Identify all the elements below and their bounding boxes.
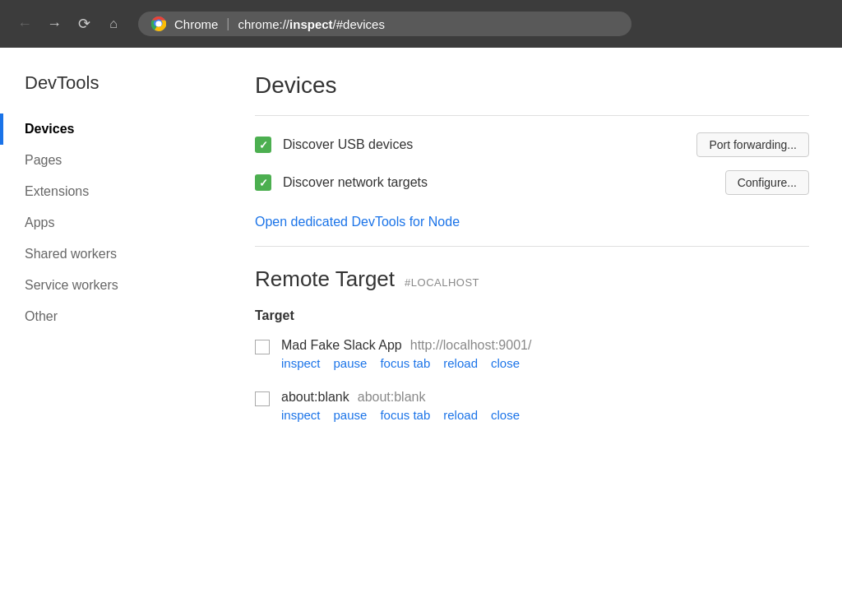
discover-usb-checkbox[interactable]: [255, 137, 271, 153]
target-app-name-0: Mad Fake Slack App: [281, 338, 402, 353]
discover-network-label: Discover network targets: [283, 175, 428, 190]
sidebar-title: DevTools: [0, 72, 222, 113]
target-close-1[interactable]: close: [491, 408, 520, 422]
sidebar: DevTools Devices Pages Extensions Apps S…: [0, 48, 222, 616]
nav-buttons: ← → ⟳ ⌂: [13, 12, 125, 35]
forward-button[interactable]: →: [43, 12, 66, 35]
sidebar-item-other[interactable]: Other: [0, 301, 222, 332]
configure-button[interactable]: Configure...: [725, 170, 809, 195]
target-name-row-1: about:blank about:blank: [281, 390, 520, 405]
discover-network-left: Discover network targets: [255, 174, 428, 191]
sidebar-item-shared-workers[interactable]: Shared workers: [0, 239, 222, 270]
target-item-0: Mad Fake Slack App http://localhost:9001…: [255, 338, 809, 370]
discover-usb-option: Discover USB devices Port forwarding...: [255, 132, 809, 157]
target-name-row-0: Mad Fake Slack App http://localhost:9001…: [281, 338, 531, 353]
address-hash: /#devices: [333, 17, 385, 31]
target-actions-0: inspect pause focus tab reload close: [281, 356, 531, 370]
target-checkbox-1[interactable]: [255, 391, 270, 406]
target-pause-1[interactable]: pause: [334, 408, 368, 422]
target-close-0[interactable]: close: [491, 356, 520, 370]
target-inspect-1[interactable]: inspect: [281, 408, 321, 422]
discover-network-checkbox[interactable]: [255, 174, 271, 191]
main-content: Devices Discover USB devices Port forwar…: [222, 48, 842, 616]
chrome-logo-icon: [151, 16, 166, 31]
target-url-1: about:blank: [358, 390, 426, 405]
address-display: chrome://inspect/#devices: [238, 17, 385, 31]
page-content: DevTools Devices Pages Extensions Apps S…: [0, 48, 842, 616]
target-inspect-0[interactable]: inspect: [281, 356, 321, 370]
target-pause-0[interactable]: pause: [334, 356, 368, 370]
target-info-0: Mad Fake Slack App http://localhost:9001…: [281, 338, 531, 370]
sidebar-nav: Devices Pages Extensions Apps Shared wor…: [0, 113, 222, 332]
address-plain: chrome://: [238, 17, 290, 31]
back-button[interactable]: ←: [13, 12, 36, 35]
address-bold: inspect: [289, 17, 333, 31]
sidebar-item-devices[interactable]: Devices: [0, 113, 222, 145]
target-reload-1[interactable]: reload: [443, 408, 478, 422]
sidebar-item-service-workers[interactable]: Service workers: [0, 270, 222, 301]
browser-title: Chrome: [174, 17, 218, 31]
node-devtools-link[interactable]: Open dedicated DevTools for Node: [255, 215, 460, 229]
remote-target-subtitle: #LOCALHOST: [405, 276, 479, 289]
target-app-name-1: about:blank: [281, 390, 349, 405]
target-focustab-1[interactable]: focus tab: [380, 408, 430, 422]
discover-usb-left: Discover USB devices: [255, 137, 413, 153]
target-focustab-0[interactable]: focus tab: [380, 356, 430, 370]
discover-network-option: Discover network targets Configure...: [255, 170, 809, 195]
svg-point-2: [156, 21, 161, 26]
browser-chrome-bar: ← → ⟳ ⌂ Chrome | chrome://inspect/#devic…: [0, 0, 842, 48]
sidebar-item-extensions[interactable]: Extensions: [0, 176, 222, 207]
target-reload-0[interactable]: reload: [443, 356, 478, 370]
address-divider: |: [226, 16, 229, 31]
target-section-label: Target: [255, 308, 809, 323]
reload-button[interactable]: ⟳: [72, 12, 95, 35]
bottom-divider: [255, 246, 809, 247]
top-divider: [255, 115, 809, 116]
home-button[interactable]: ⌂: [102, 12, 125, 35]
target-item-1: about:blank about:blank inspect pause fo…: [255, 390, 809, 422]
address-bar[interactable]: Chrome | chrome://inspect/#devices: [138, 12, 632, 36]
target-url-0: http://localhost:9001/: [410, 338, 532, 353]
port-forwarding-button[interactable]: Port forwarding...: [696, 132, 809, 157]
target-actions-1: inspect pause focus tab reload close: [281, 408, 520, 422]
sidebar-item-apps[interactable]: Apps: [0, 207, 222, 239]
discover-usb-label: Discover USB devices: [283, 137, 413, 152]
sidebar-item-pages[interactable]: Pages: [0, 145, 222, 176]
target-info-1: about:blank about:blank inspect pause fo…: [281, 390, 520, 422]
page-title: Devices: [255, 72, 809, 99]
remote-target-header: Remote Target #LOCALHOST: [255, 266, 809, 292]
remote-target-title: Remote Target: [255, 266, 395, 292]
target-checkbox-0[interactable]: [255, 340, 270, 354]
